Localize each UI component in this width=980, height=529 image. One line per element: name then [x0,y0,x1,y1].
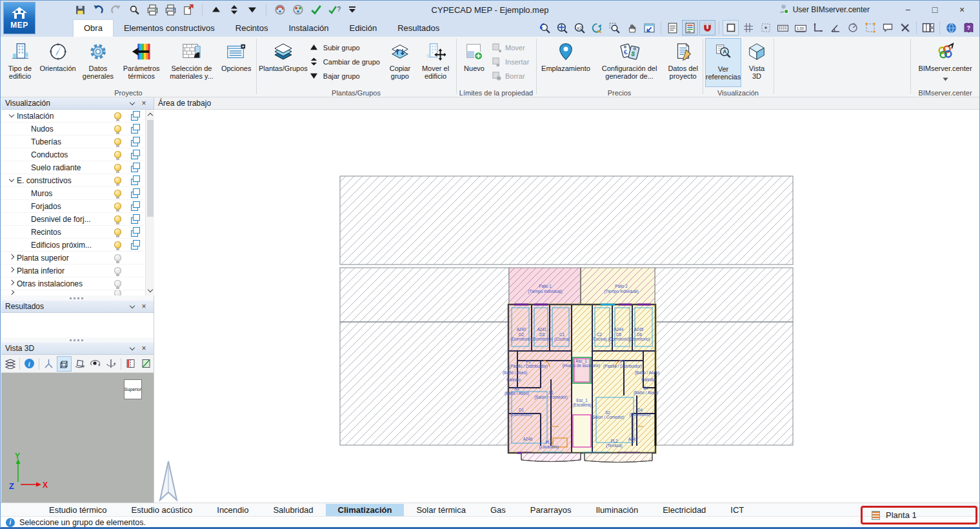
visibility-bulb-icon[interactable] [114,177,121,184]
emplazamiento-button[interactable]: Emplazamiento [539,38,593,87]
section-green-icon[interactable] [139,356,154,372]
expanded-chevron-icon[interactable] [9,177,14,182]
layers-copy-icon[interactable] [130,137,141,146]
grid-icon[interactable] [740,20,756,35]
redraw-icon[interactable] [589,20,605,35]
selection-icon[interactable] [862,20,878,35]
layers-copy-icon[interactable] [130,111,141,121]
tree-item-otras-instalaciones[interactable]: Otras instalaciones [1,277,145,290]
bimserver-button[interactable]: BIMserver.center [913,38,977,87]
configuracion-generador-button[interactable]: €$ Configuración del generador de... [594,38,665,87]
tab-electricidad[interactable]: Electricidad [650,504,718,516]
visibility-bulb-icon[interactable] [114,215,121,223]
tab-estudio-acustico[interactable]: Estudio acústico [119,504,205,516]
tree-scrollbar[interactable] [145,110,154,295]
collapse-panel-icon[interactable] [126,348,138,350]
datos-proyecto-button[interactable]: Datos del proyecto [666,38,700,87]
layers-copy-icon[interactable] [130,201,141,211]
visibility-bulb-icon[interactable] [114,203,121,210]
app-logo[interactable]: MEP [3,2,35,34]
tree-item-conductos[interactable]: Conductos [1,148,145,161]
user-account[interactable]: User BIMserver.center [778,1,870,19]
layers-copy-icon[interactable] [130,227,141,237]
zoom-back-icon[interactable] [537,20,553,35]
close-panel-icon[interactable]: × [138,344,150,353]
visibility-bulb-icon[interactable] [114,125,121,132]
tab-iluminacion[interactable]: Iluminación [583,504,650,516]
tab-edicion[interactable]: Edición [339,20,388,37]
bajar-grupo-button[interactable]: Bajar grupo [309,70,383,81]
group-down-icon[interactable] [245,3,259,17]
layers-copy-icon[interactable] [130,188,141,198]
insertar-limite-button[interactable]: Insertar [491,56,534,67]
ortho-icon[interactable] [845,20,861,35]
view-cube-overlay[interactable]: Superior [124,379,142,399]
angle-icon[interactable] [827,20,843,35]
datos-generales-button[interactable]: Datos generales [79,38,117,87]
close-panel-icon[interactable]: × [138,99,150,108]
scrollbar-thumb[interactable] [147,120,154,217]
mover-limite-button[interactable]: Mover [491,42,534,53]
plantas-grupos-button[interactable]: Plantas/Grupos [259,38,308,87]
panel-splitter[interactable] [1,295,154,301]
tree-item-tuberias[interactable]: Tuberías [1,135,145,148]
floor-selector[interactable]: Planta 1 [861,506,977,524]
minimize-button[interactable]: − [894,1,921,18]
tab-salubridad[interactable]: Salubridad [261,504,325,516]
layers-copy-icon[interactable] [130,150,141,159]
borrar-limite-button[interactable]: Borrar [491,70,534,81]
tab-solar-termica[interactable]: Solar térmica [404,504,478,516]
tipo-edificio-button[interactable]: Tipo de edificio [3,38,37,87]
undo-icon[interactable] [91,3,105,17]
tab-recintos[interactable]: Recintos [225,20,279,37]
orbit-eye-icon[interactable] [88,356,103,372]
tree-item-planta-superior[interactable]: Planta superior [1,252,145,264]
config-resources-icon[interactable] [291,3,305,17]
tab-ict[interactable]: ICT [718,504,756,516]
tree-item-recintos[interactable]: Recintos [1,226,145,239]
parametros-termicos-button[interactable]: Parámetros térmicos [119,38,165,87]
seleccion-materiales-button[interactable]: Selección de materiales y... [166,38,218,87]
tree-item-planta-inferior[interactable]: Planta inferior [1,264,145,277]
tab-instalacion[interactable]: Instalación [278,20,339,37]
rotate-axis-icon[interactable] [104,356,119,372]
zoom-extents-icon[interactable] [554,20,570,35]
group-change-icon[interactable] [227,3,241,17]
orientacion-button[interactable]: Orientación [38,38,77,87]
visibility-bulb-icon[interactable] [114,228,121,235]
dimension-icon[interactable]: 1.00 [792,20,808,35]
expanded-chevron-icon[interactable] [9,112,14,117]
tab-elementos-constructivos[interactable]: Elementos constructivos [114,20,225,37]
copiar-grupo-button[interactable]: Copiar grupo [384,38,416,87]
nuevo-button[interactable]: Nuevo [459,38,490,87]
visibility-bulb-icon[interactable] [114,190,121,197]
layers-copy-icon[interactable] [130,163,141,172]
vista3d-viewport[interactable]: Superior Y X Z [1,373,154,503]
ver-referencias-button[interactable]: A Ver referencias [705,38,741,87]
close-button[interactable]: × [948,1,975,18]
rotate-cube-icon[interactable] [72,356,87,372]
tree-item-forjados[interactable]: Forjados [1,200,145,213]
scroll-down-icon[interactable] [146,286,154,295]
full-window-icon[interactable] [641,20,657,35]
dropdown-filter-icon[interactable] [345,3,359,17]
tab-gas[interactable]: Gas [478,504,518,516]
redo-icon[interactable] [109,3,123,17]
mover-edificio-button[interactable]: Mover el edificio [417,38,454,87]
verify-icon[interactable]: ? [327,3,341,17]
tree-item-muros[interactable]: Muros [1,187,145,200]
collapse-panel-icon[interactable] [126,306,138,308]
tree-item-desnivel[interactable]: Desnivel de forj... [1,213,145,226]
tab-climatizacion[interactable]: Climatización [326,504,405,516]
visibility-bulb-icon[interactable] [114,138,121,145]
tree-item-nudos[interactable]: Nudos [1,123,145,135]
visibility-bulb-off-icon[interactable] [114,267,121,274]
collapsed-chevron-icon[interactable] [9,267,14,272]
accept-icon[interactable] [309,3,323,17]
pan-icon[interactable] [624,20,640,35]
vista-3d-button[interactable]: Vista 3D [743,38,771,87]
tree-item-e-constructivos[interactable]: E. constructivos [1,174,145,187]
tab-obra[interactable]: Obra [73,19,114,37]
layers-copy-icon[interactable] [130,214,141,224]
tab-incendio[interactable]: Incendio [205,504,261,516]
